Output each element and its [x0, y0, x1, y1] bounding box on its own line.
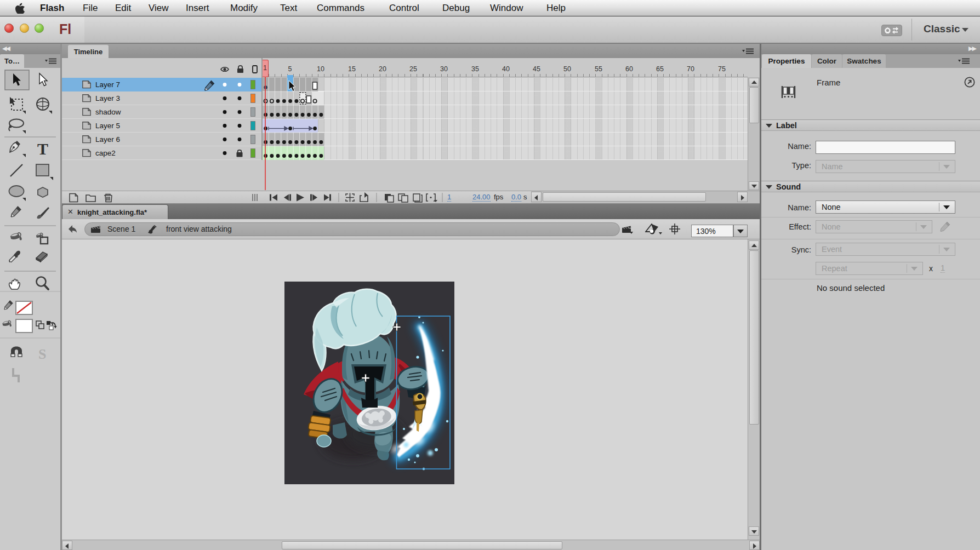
svg-text:S: S [38, 346, 46, 362]
svg-text:T: T [37, 140, 48, 158]
